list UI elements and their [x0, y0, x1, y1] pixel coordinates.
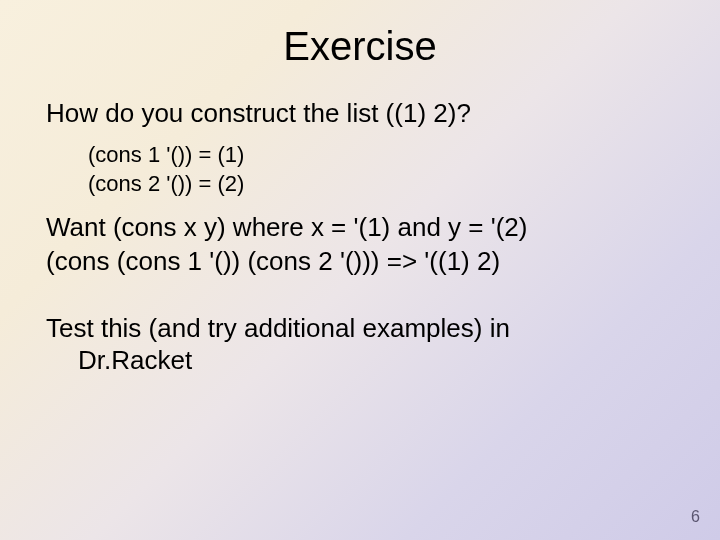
sub-line-2: (cons 2 '()) = (2)	[88, 169, 674, 199]
sub-examples: (cons 1 '()) = (1) (cons 2 '()) = (2)	[46, 140, 674, 199]
test-line-1: Test this (and try additional examples) …	[46, 312, 674, 345]
slide-title: Exercise	[46, 24, 674, 69]
page-number: 6	[691, 508, 700, 526]
slide: Exercise How do you construct the list (…	[0, 0, 720, 540]
sub-line-1: (cons 1 '()) = (1)	[88, 140, 674, 170]
question-text: How do you construct the list ((1) 2)?	[46, 97, 674, 130]
cons-line: (cons (cons 1 '()) (cons 2 '())) => '((1…	[46, 245, 674, 278]
test-line-2: Dr.Racket	[78, 344, 674, 377]
test-block: Test this (and try additional examples) …	[46, 312, 674, 377]
want-line: Want (cons x y) where x = '(1) and y = '…	[46, 211, 674, 244]
